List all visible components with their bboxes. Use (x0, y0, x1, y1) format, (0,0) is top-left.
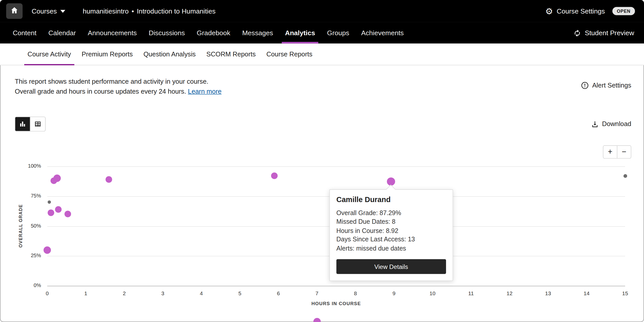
tooltip-alerts: Alerts: missed due dates (336, 244, 446, 253)
nav-tab-content[interactable]: Content (9, 22, 40, 44)
download-icon (591, 120, 599, 128)
course-settings-label: Course Settings (557, 7, 605, 15)
page: Courses humanitiesintro • Introduction t… (0, 0, 644, 322)
subtab-course-reports[interactable]: Course Reports (263, 44, 316, 65)
gridline (47, 166, 625, 167)
top-bar: Courses humanitiesintro • Introduction t… (0, 0, 644, 22)
refresh-icon (573, 29, 581, 37)
nav-tab-calendar[interactable]: Calendar (45, 22, 79, 44)
view-details-button[interactable]: View Details (336, 259, 446, 274)
subtab-course-activity[interactable]: Course Activity (24, 44, 74, 65)
bar-chart-icon (19, 120, 26, 128)
x-tick-label: 6 (277, 290, 280, 296)
data-point-camille-durand[interactable] (387, 177, 395, 185)
data-point[interactable] (64, 211, 71, 217)
course-title: Introduction to Humanities (137, 7, 216, 15)
view-toggle (15, 117, 46, 131)
course-nav: Content Calendar Announcements Discussio… (0, 22, 644, 44)
x-tick-label: 3 (161, 290, 164, 296)
open-status-badge: OPEN (612, 7, 635, 15)
download-button[interactable]: Download (591, 120, 631, 128)
data-point[interactable] (106, 176, 112, 183)
student-preview-label: Student Preview (585, 29, 634, 37)
y-tick-label: 0% (12, 282, 41, 288)
subtab-scorm-reports[interactable]: SCORM Reports (203, 44, 259, 65)
home-button[interactable] (6, 3, 22, 19)
report-description: This report shows student performance an… (15, 77, 221, 96)
data-point[interactable] (48, 210, 54, 216)
x-tick-label: 0 (46, 290, 49, 296)
learn-more-link[interactable]: Learn more (188, 88, 222, 95)
x-tick-label: 15 (622, 290, 628, 296)
x-tick-label: 8 (354, 290, 357, 296)
x-tick-label: 11 (468, 290, 474, 296)
table-view-button[interactable] (30, 117, 45, 131)
nav-tab-announcements[interactable]: Announcements (84, 22, 140, 44)
chart-view-button[interactable] (15, 117, 30, 131)
data-point[interactable] (623, 174, 627, 178)
home-icon (10, 6, 18, 16)
report-description-line1: This report shows student performance an… (15, 77, 221, 87)
y-tick-label: 75% (12, 193, 41, 199)
x-tick-label: 14 (584, 290, 589, 296)
subtab-premium-reports[interactable]: Premium Reports (78, 44, 136, 65)
student-preview-button[interactable]: Student Preview (573, 22, 634, 44)
chevron-down-icon (60, 10, 65, 13)
tooltip-hours-in-course: Hours in Course: 8.92 (336, 226, 446, 235)
course-settings-button[interactable]: ⚙ Course Settings (545, 7, 605, 16)
nav-tab-gradebook[interactable]: Gradebook (193, 22, 233, 44)
courses-label: Courses (32, 7, 57, 15)
x-tick-label: 13 (545, 290, 551, 296)
download-label: Download (602, 120, 631, 128)
table-grid-icon (34, 120, 42, 128)
x-axis-labels: 0123456789101112131415 (47, 290, 625, 299)
y-tick-label: 100% (12, 163, 41, 169)
data-point[interactable] (55, 206, 62, 213)
data-point[interactable] (313, 318, 321, 322)
gear-icon: ⚙ (545, 7, 553, 16)
x-tick-label: 7 (315, 290, 318, 296)
student-tooltip: Camille Durand Overall Grade: 87.29% Mis… (329, 189, 453, 281)
breadcrumb-separator: • (132, 7, 134, 15)
courses-dropdown[interactable]: Courses (32, 7, 66, 15)
x-tick-label: 9 (392, 290, 395, 296)
nav-tab-analytics[interactable]: Analytics (282, 22, 318, 44)
x-tick-label: 2 (123, 290, 126, 296)
data-point[interactable] (271, 172, 278, 179)
y-axis-labels: 0%25%50%75%100% (12, 166, 41, 286)
alert-icon (581, 81, 589, 90)
gridline (47, 286, 625, 286)
data-point[interactable] (44, 246, 51, 254)
data-point[interactable] (47, 201, 51, 204)
subtab-question-analysis[interactable]: Question Analysis (140, 44, 199, 65)
tooltip-days-since-last-access: Days Since Last Access: 13 (336, 235, 446, 244)
x-tick-label: 10 (429, 290, 435, 296)
zoom-in-button[interactable]: + (603, 146, 617, 158)
zoom-controls: + − (603, 145, 631, 159)
tooltip-missed-due-dates: Missed Due Dates: 8 (336, 217, 446, 226)
report-description-line2: Overall grade and hours in course update… (15, 88, 186, 95)
scatter-chart: + − OVERALL GRADE 0%25%50%75%100% 012345… (0, 131, 644, 322)
zoom-out-button[interactable]: − (617, 146, 631, 158)
tooltip-overall-grade: Overall Grade: 87.29% (336, 209, 446, 217)
y-tick-label: 50% (12, 223, 41, 229)
x-axis-title: HOURS IN COURSE (47, 301, 625, 306)
x-tick-label: 5 (238, 290, 241, 296)
nav-tab-achievements[interactable]: Achievements (358, 22, 407, 44)
breadcrumb: humanitiesintro • Introduction to Humani… (83, 7, 216, 15)
tooltip-student-name: Camille Durand (336, 195, 446, 204)
x-tick-label: 12 (506, 290, 512, 296)
course-code: humanitiesintro (83, 7, 129, 15)
analytics-subnav: Course Activity Premium Reports Question… (0, 44, 644, 65)
y-tick-label: 25% (12, 253, 41, 258)
x-tick-label: 4 (200, 290, 203, 296)
alert-settings-button[interactable]: Alert Settings (581, 77, 631, 90)
x-tick-label: 1 (84, 290, 87, 296)
nav-tab-messages[interactable]: Messages (239, 22, 276, 44)
data-point[interactable] (54, 175, 61, 182)
nav-tab-discussions[interactable]: Discussions (145, 22, 188, 44)
nav-tab-groups[interactable]: Groups (324, 22, 353, 44)
alert-settings-label: Alert Settings (592, 82, 631, 89)
